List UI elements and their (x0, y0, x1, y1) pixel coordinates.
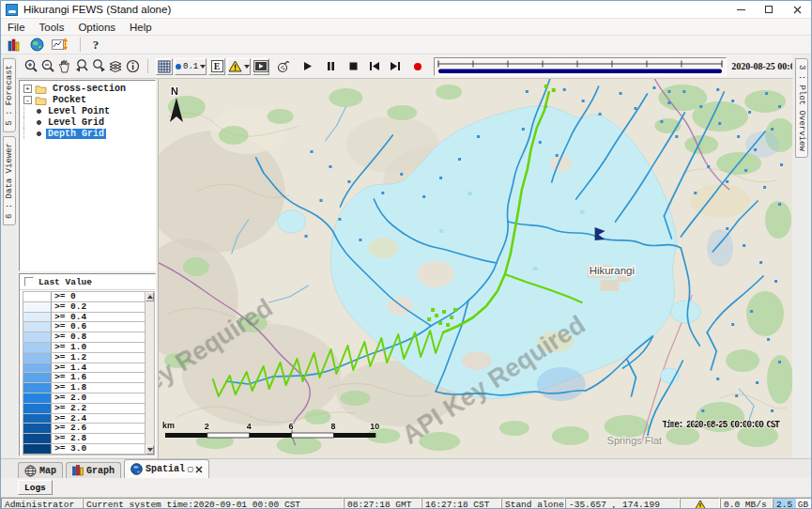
scroll-up-icon[interactable] (146, 292, 154, 301)
legend-swatch (23, 302, 52, 312)
collapse-icon[interactable]: - (23, 96, 32, 104)
time-slider[interactable] (434, 57, 727, 76)
play-button[interactable] (299, 58, 316, 75)
left-panel: + Cross-section - Pocket Level P (17, 79, 158, 458)
movie-button[interactable] (253, 58, 269, 75)
legend-scrollbar[interactable] (145, 291, 155, 455)
wire-globe-icon (24, 465, 37, 477)
flask-button[interactable] (275, 58, 292, 75)
legend-row[interactable]: >= 3.2 (23, 455, 145, 455)
zoom-in-button[interactable] (23, 58, 39, 75)
tree-item-depth-grid[interactable]: Depth Grid (23, 128, 155, 139)
chevron-down-icon (200, 65, 206, 69)
minimize-button[interactable] (727, 1, 755, 18)
side-tab-plot-overview[interactable]: 3 : Plot Overview (795, 58, 808, 158)
logs-button[interactable]: Logs (18, 480, 53, 495)
zoom-previous-icon (74, 58, 90, 74)
logs-row: Logs (1, 478, 811, 497)
map-viewport[interactable]: Hikurangi Springs Flat API Key Required … (158, 79, 792, 458)
legend-label: >= 1.4 (52, 363, 145, 373)
zoom-next-button[interactable] (90, 58, 107, 75)
legend-label: >= 0.2 (52, 302, 145, 312)
restore-panel-icon[interactable]: ▢ (188, 464, 192, 474)
warnings-dropdown[interactable] (227, 58, 251, 75)
pan-button[interactable] (56, 58, 73, 75)
globe-icon (30, 38, 44, 52)
scale-tick: 2 (205, 422, 209, 431)
title-bar: Hikurangi FEWS (Stand alone) (1, 1, 811, 19)
record-icon (413, 62, 422, 71)
side-tab-data-viewer[interactable]: 6 : Data Viewer (3, 136, 16, 225)
warning-triangle-icon (694, 500, 707, 509)
app-logo-icon (6, 4, 18, 16)
close-button[interactable] (783, 1, 811, 18)
legend-swatch (23, 322, 52, 332)
stop-icon (349, 62, 358, 71)
tree-item-pocket[interactable]: - Pocket (23, 95, 155, 106)
legend-row[interactable]: >= 2.2 (23, 404, 145, 414)
maximize-icon (765, 6, 773, 13)
zoom-out-button[interactable] (39, 58, 56, 75)
status-user: Administrator (1, 498, 83, 509)
tab-graph[interactable]: Graph (66, 462, 121, 478)
tab-map-label: Map (39, 466, 56, 476)
tab-map[interactable]: Map (18, 462, 63, 478)
status-memory[interactable]: 2.5 GB (773, 498, 812, 509)
step-begin-button[interactable] (366, 58, 383, 75)
legend-row[interactable]: >= 1.2 (23, 353, 145, 363)
class-break-dropdown[interactable]: 0.1 (175, 58, 207, 75)
legend-row[interactable]: >= 0.2 (23, 302, 145, 313)
status-bar: Administrator Current system time:2020-0… (1, 497, 811, 509)
status-warning-cell[interactable] (680, 498, 720, 509)
grid-display-button[interactable] (156, 58, 173, 75)
legend-label: >= 2.8 (52, 434, 145, 443)
legend-label: >= 2.0 (52, 393, 145, 403)
status-gmt-time: 08:27:18 GMT (344, 498, 421, 509)
last-value-checkbox[interactable] (24, 277, 34, 286)
menu-options[interactable]: Options (78, 22, 115, 33)
help-icon: ? (93, 38, 100, 53)
map-toolbar: 0.1 E (17, 54, 792, 79)
scale-tick: 6 (289, 422, 294, 431)
layers-button[interactable] (107, 58, 124, 75)
menu-file[interactable]: File (8, 22, 25, 33)
help-button[interactable]: ? (87, 37, 104, 54)
map-display-button[interactable] (28, 37, 45, 54)
scroll-down-icon[interactable] (146, 445, 154, 455)
record-button[interactable] (409, 58, 426, 75)
close-tab-icon[interactable] (195, 466, 203, 473)
legend-swatch (23, 353, 52, 362)
minimize-icon (737, 9, 745, 10)
import-export-button[interactable] (51, 37, 68, 54)
tree-item-level-point[interactable]: Level Point (23, 106, 155, 117)
chevron-down-icon (244, 65, 250, 69)
tab-spatial[interactable]: Spatial ▢ (124, 459, 209, 478)
menu-tools[interactable]: Tools (39, 22, 65, 33)
status-local-time: 16:27:18 CST (421, 498, 501, 509)
info-button[interactable] (124, 58, 141, 75)
zoom-previous-button[interactable] (73, 58, 90, 75)
legend-swatch (23, 434, 52, 443)
step-end-button[interactable] (387, 58, 404, 75)
stop-button[interactable] (345, 58, 361, 75)
explorer-button[interactable] (6, 37, 23, 54)
menu-help[interactable]: Help (130, 22, 152, 33)
maximize-button[interactable] (755, 1, 783, 18)
side-tab-forecast[interactable]: 5 : Forecast (3, 58, 16, 132)
pause-button[interactable] (322, 58, 339, 75)
status-download-rate: 0.0 MB/s (720, 498, 773, 509)
expander-icon[interactable]: + (23, 85, 32, 93)
tab-graph-label: Graph (86, 466, 115, 476)
tree-item-cross-section[interactable]: + Cross-section (23, 84, 155, 95)
legend-label: >= 3.2 (52, 455, 145, 455)
legend-swatch (23, 444, 52, 454)
labels-toggle-button[interactable]: E (208, 58, 225, 75)
legend-swatch (23, 332, 52, 342)
layer-tree: + Cross-section - Pocket Level P (19, 80, 156, 271)
window-title: Hikurangi FEWS (Stand alone) (23, 4, 171, 15)
bar-chart-icon (72, 465, 84, 476)
labels-icon: E (211, 60, 223, 72)
legend-swatch (23, 292, 52, 301)
north-label: N (171, 85, 178, 97)
tree-item-level-grid[interactable]: Level Grid (23, 116, 155, 128)
